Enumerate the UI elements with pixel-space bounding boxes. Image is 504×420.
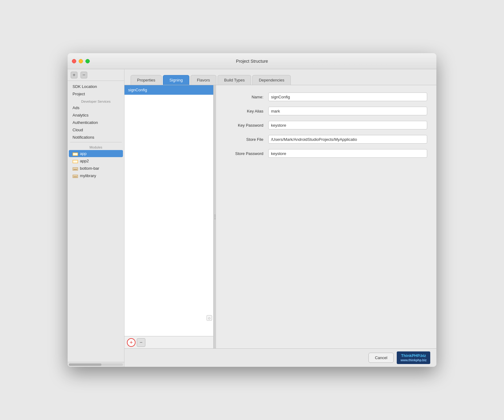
svg-rect-10	[73, 169, 77, 170]
thinkphp-name: ThinkPHP.biz	[401, 353, 426, 359]
resize-dots	[215, 215, 215, 219]
resize-dot	[215, 215, 215, 216]
main-layout: + − SDK Location Project Developer Servi…	[68, 69, 436, 367]
resize-dot	[215, 216, 215, 217]
sidebar-item-mylibrary-label: mylibrary	[80, 173, 96, 178]
sidebar-item-mylibrary[interactable]: mylibrary	[69, 172, 123, 179]
sidebar-toolbar: + −	[68, 69, 124, 81]
config-list-middle: ◇	[124, 211, 213, 336]
form-row-key-alias: Key Alias	[225, 107, 427, 115]
tab-signing[interactable]: Signing	[163, 75, 189, 85]
config-list-content: signConfig	[124, 85, 213, 211]
sidebar-item-sdk-location[interactable]: SDK Location	[69, 83, 123, 90]
signing-panel: signConfig ◇ + −	[124, 85, 436, 348]
tab-bar: Properties Signing Flavors Build Types D…	[124, 69, 436, 85]
sidebar-item-app[interactable]: app	[69, 150, 123, 157]
form-row-store-password: Store Password	[225, 149, 427, 158]
resize-handle[interactable]	[214, 85, 216, 348]
key-alias-label: Key Alias	[225, 109, 268, 113]
sidebar-scrollbar-track	[69, 363, 123, 366]
sidebar-item-bottom-bar[interactable]: bottom-bar	[69, 165, 123, 172]
form-row-key-password: Key Password	[225, 121, 427, 129]
store-password-input[interactable]	[268, 149, 427, 158]
thinkphp-badge: ThinkPHP.biz www.thinkphp.biz	[397, 351, 430, 364]
sidebar-add-button[interactable]: +	[71, 72, 77, 78]
store-password-label: Store Password	[225, 151, 268, 156]
minimize-button[interactable]	[79, 59, 83, 63]
app-folder-icon	[73, 152, 78, 156]
project-structure-window: Project Structure + − SDK Location Proje…	[68, 53, 436, 367]
sidebar-divider	[70, 142, 122, 142]
sidebar-item-app-label: app	[80, 151, 87, 156]
traffic-lights	[72, 59, 90, 63]
config-add-button[interactable]: +	[127, 338, 136, 347]
svg-rect-14	[73, 176, 77, 177]
sidebar-item-notifications[interactable]: Notifications	[69, 134, 123, 141]
sidebar-item-analytics[interactable]: Analytics	[69, 112, 123, 119]
key-alias-input[interactable]	[268, 107, 427, 115]
tab-flavors[interactable]: Flavors	[191, 75, 217, 85]
app2-folder-icon	[73, 159, 78, 163]
tab-build-types[interactable]: Build Types	[218, 75, 251, 85]
sidebar-item-project[interactable]: Project	[69, 90, 123, 97]
sidebar-item-bottom-bar-label: bottom-bar	[80, 166, 99, 171]
sidebar-scrollbar[interactable]	[68, 362, 124, 367]
title-bar: Project Structure	[68, 53, 436, 69]
sidebar-item-app2-label: app2	[80, 159, 89, 163]
cancel-button[interactable]: Cancel	[368, 353, 394, 363]
sidebar-scrollbar-thumb	[69, 363, 101, 366]
form-row-name: Name:	[225, 93, 427, 101]
svg-rect-6	[73, 160, 77, 163]
config-list-pane: signConfig ◇ + −	[124, 85, 214, 348]
config-item-signconfig[interactable]: signConfig	[124, 85, 213, 95]
window-title: Project Structure	[236, 59, 268, 64]
modules-section-label: Modules	[68, 144, 124, 150]
tab-properties[interactable]: Properties	[131, 75, 162, 85]
sidebar-item-cloud[interactable]: Cloud	[69, 126, 123, 133]
name-input[interactable]	[268, 93, 427, 101]
key-password-input[interactable]	[268, 121, 427, 129]
close-button[interactable]	[72, 59, 76, 63]
resize-dot	[215, 218, 215, 219]
sidebar-list: SDK Location Project Developer Services …	[68, 81, 124, 362]
sidebar-remove-button[interactable]: −	[81, 72, 87, 78]
maximize-button[interactable]	[85, 59, 90, 63]
sidebar-item-ads[interactable]: Ads	[69, 104, 123, 111]
sidebar-item-app2[interactable]: app2	[69, 157, 123, 164]
config-remove-button[interactable]: −	[137, 338, 145, 347]
config-list-toolbar: + −	[124, 336, 213, 348]
name-label: Name:	[225, 95, 268, 99]
bottom-bar: Cancel ThinkPHP.biz www.thinkphp.biz	[124, 348, 436, 367]
mylibrary-folder-icon	[73, 174, 78, 178]
key-password-label: Key Password	[225, 123, 268, 128]
expand-button[interactable]: ◇	[207, 315, 212, 321]
tab-dependencies[interactable]: Dependencies	[252, 75, 291, 85]
form-row-store-file: Store File	[225, 135, 427, 144]
developer-services-section-label: Developer Services	[68, 98, 124, 104]
svg-rect-3	[73, 153, 77, 155]
sidebar: + − SDK Location Project Developer Servi…	[68, 69, 124, 367]
thinkphp-url: www.thinkphp.biz	[400, 358, 427, 362]
store-file-label: Store File	[225, 137, 268, 142]
bottom-bar-folder-icon	[73, 166, 78, 171]
details-pane: Name: Key Alias Key Password Store File	[216, 85, 436, 348]
sidebar-item-authentication[interactable]: Authentication	[69, 119, 123, 126]
store-file-input[interactable]	[268, 135, 427, 144]
content-area: Properties Signing Flavors Build Types D…	[124, 69, 436, 367]
